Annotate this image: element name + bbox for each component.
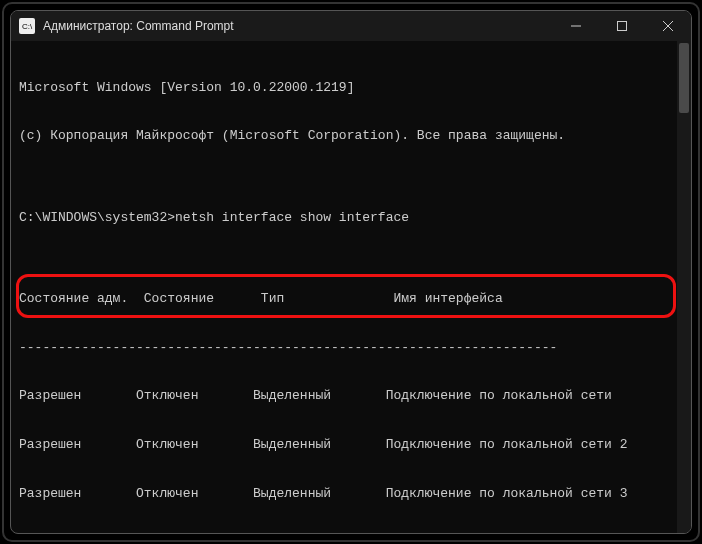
maximize-button[interactable] xyxy=(599,11,645,41)
minimize-icon xyxy=(571,21,581,31)
vertical-scrollbar[interactable] xyxy=(677,41,691,533)
maximize-icon xyxy=(617,21,627,31)
table-row: Разрешен Отключен Выделенный Подключение… xyxy=(19,388,683,404)
app-icon: C:\ xyxy=(19,18,35,34)
outer-frame: C:\ Администратор: Command Prompt Micros… xyxy=(2,2,700,542)
terminal-area[interactable]: Microsoft Windows [Version 10.0.22000.12… xyxy=(11,41,691,533)
cmd-window: C:\ Администратор: Command Prompt Micros… xyxy=(10,10,692,534)
copyright-line: (c) Корпорация Майкрософт (Microsoft Cor… xyxy=(19,128,683,144)
table-row: Разрешен Отключен Выделенный Подключение… xyxy=(19,486,683,502)
app-icon-label: C:\ xyxy=(22,22,32,31)
close-button[interactable] xyxy=(645,11,691,41)
minimize-button[interactable] xyxy=(553,11,599,41)
prompt-line-1: C:\WINDOWS\system32>netsh interface show… xyxy=(19,210,683,226)
table-row: Разрешен Отключен Выделенный Подключение… xyxy=(19,437,683,453)
table-divider: ----------------------------------------… xyxy=(19,340,683,356)
window-title: Администратор: Command Prompt xyxy=(43,19,553,33)
table-header: Состояние адм. Состояние Тип Имя интерфе… xyxy=(19,291,683,307)
titlebar[interactable]: C:\ Администратор: Command Prompt xyxy=(11,11,691,41)
window-controls xyxy=(553,11,691,41)
close-icon xyxy=(663,21,673,31)
version-line: Microsoft Windows [Version 10.0.22000.12… xyxy=(19,80,683,96)
svg-rect-1 xyxy=(618,22,627,31)
scrollbar-thumb[interactable] xyxy=(679,43,689,113)
